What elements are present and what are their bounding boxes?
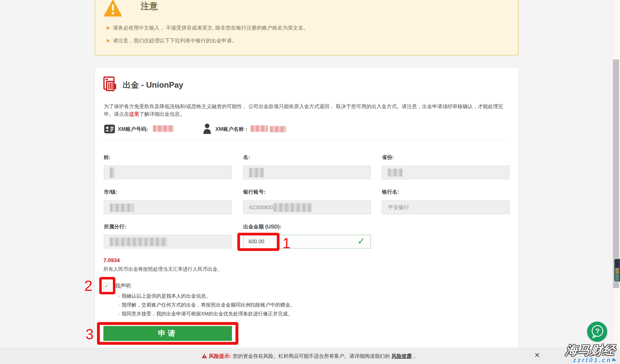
declaration-item: · 我同意并接受，我的出金申请可根据XM的出金优先处理条款进行修正并完成。 bbox=[118, 310, 293, 317]
annotation-number-3: 3 bbox=[86, 327, 94, 341]
exchange-rate: 7.0934 bbox=[103, 257, 120, 264]
risk-footer: 风险提示: 您的资金存在风险。杠杆商品可能不适合所有客户。请详细阅读我们的风险披… bbox=[0, 348, 620, 364]
last-name-field[interactable] bbox=[104, 166, 232, 179]
notice-title: 注意 bbox=[140, 0, 158, 12]
help-button[interactable]: ? bbox=[587, 322, 607, 342]
notice-item-text: 请务必使用中文输入， 不接受拼音或者英文, 除非您在银行注册的账户姓名为英文名。 bbox=[113, 24, 309, 31]
annotation-box-1 bbox=[237, 233, 279, 251]
watermark-title: 海马财经 bbox=[565, 342, 616, 358]
account-name-redacted bbox=[270, 126, 286, 132]
page-title: 出金 - UnionPay bbox=[123, 79, 183, 91]
declaration-title: 我声明: bbox=[115, 282, 132, 289]
declaration-item: · 我确认以上提供的是我本人的出金信息。 bbox=[118, 293, 211, 299]
bullet-arrow-icon bbox=[107, 39, 110, 43]
watermark-url: zzrt01.cn bbox=[573, 357, 612, 364]
risk-disclosure-link[interactable]: 风险披露 bbox=[391, 353, 412, 360]
unionpay-withdraw-icon bbox=[103, 76, 117, 91]
svg-text:?: ? bbox=[595, 327, 600, 335]
declaration-text: 我同意并接受，我的出金申请可根据XM的出金优先处理条款进行修正并完成。 bbox=[122, 310, 293, 317]
last-name-label: 姓: bbox=[104, 154, 111, 161]
scrollbar-thumb[interactable] bbox=[613, 60, 619, 288]
last-name-redacted bbox=[110, 167, 115, 178]
notice-item: 请务必使用中文输入， 不接受拼音或者英文, 除非您在银行注册的账户姓名为英文名。 bbox=[107, 24, 309, 31]
amount-label: 出金金额 (USD): bbox=[243, 223, 281, 230]
widget-stripes-dark bbox=[615, 260, 619, 267]
account-number-redacted bbox=[153, 125, 174, 132]
risk-suffix: 。 bbox=[414, 353, 419, 360]
branch-label: 所属分行: bbox=[104, 223, 126, 230]
bank-account-label: 银行账号: bbox=[243, 188, 265, 195]
person-icon bbox=[203, 123, 211, 134]
intro-rest: 了解详细出金信息。 bbox=[139, 111, 185, 117]
annotation-number-2: 2 bbox=[84, 279, 93, 293]
first-name-field[interactable] bbox=[243, 166, 371, 179]
submit-button[interactable]: 申请 bbox=[103, 326, 232, 341]
declaration-checkbox[interactable]: ✓ bbox=[103, 283, 110, 289]
bullet-dot: · bbox=[118, 302, 120, 308]
risk-warning-icon bbox=[202, 353, 207, 359]
bank-account-prefix: 62305800 bbox=[249, 201, 273, 214]
city-redacted bbox=[110, 204, 134, 212]
intro-paragraph: 为了保护各方免受欺诈及降低洗钱和/或恐怖主义融资的可能性， 公司出金款项只能依原… bbox=[104, 103, 511, 118]
widget-stripes-yellow bbox=[615, 268, 619, 274]
declaration-text: 我理解，交易账户任何方式的出金，将按照出金金额同比例扣除账户中的赠金。 bbox=[122, 302, 295, 308]
risk-text: 您的资金存在风险。杠杆商品可能不适合所有客户。请详细阅读我们的 bbox=[233, 353, 390, 360]
declaration-text: 我确认以上提供的是我本人的出金信息。 bbox=[122, 293, 211, 299]
valid-check-icon: ✓ bbox=[357, 236, 365, 247]
side-extension-handle[interactable] bbox=[614, 259, 620, 282]
declaration-item: · 我理解，交易账户任何方式的出金，将按照出金金额同比例扣除账户中的赠金。 bbox=[118, 302, 295, 308]
notice-item-text: 请注意，我们仅处理以下下拉列表中银行的出金申请。 bbox=[113, 37, 237, 44]
bank-account-field[interactable]: 62305800 bbox=[243, 200, 371, 214]
province-field[interactable] bbox=[382, 166, 510, 179]
close-icon[interactable]: ✕ bbox=[534, 351, 540, 359]
widget-stripes-teal bbox=[615, 274, 619, 280]
city-label: 市/镇: bbox=[104, 188, 117, 195]
account-number-label: XM账户号码: bbox=[118, 126, 148, 133]
risk-message: 风险提示: 您的资金存在风险。杠杆商品可能不适合所有客户。请详细阅读我们的风险披… bbox=[202, 353, 418, 360]
bank-account-redacted bbox=[274, 203, 311, 212]
withdrawal-page: 注意 请务必使用中文输入， 不接受拼音或者英文, 除非您在银行注册的账户姓名为英… bbox=[0, 0, 620, 364]
branch-redacted bbox=[110, 238, 167, 246]
province-label: 省份: bbox=[382, 154, 394, 161]
bullet-arrow-icon bbox=[107, 26, 110, 30]
bank-name-label: 银行名: bbox=[382, 188, 399, 195]
risk-prefix: 风险提示: bbox=[209, 353, 231, 360]
checkbox-check-icon: ✓ bbox=[104, 283, 109, 289]
province-redacted bbox=[388, 169, 403, 177]
bank-name-field[interactable]: 平安银行 bbox=[382, 200, 510, 214]
notice-item: 请注意，我们仅处理以下下拉列表中银行的出金申请。 bbox=[107, 37, 237, 44]
first-name-redacted bbox=[249, 168, 264, 177]
annotation-number-1: 1 bbox=[282, 236, 291, 251]
branch-field[interactable] bbox=[104, 235, 232, 248]
section-divider bbox=[104, 140, 510, 140]
account-name-label: XM账户名称： bbox=[216, 126, 249, 133]
exchange-rate-note: 所有人民币出金将按照处理当天汇率进行人民币出金。 bbox=[103, 266, 222, 273]
warning-triangle-icon bbox=[103, 0, 122, 17]
submit-label: 申请 bbox=[158, 328, 177, 339]
bullet-dot: · bbox=[118, 293, 120, 299]
bank-name-value: 平安银行 bbox=[388, 201, 409, 214]
bullet-dot: · bbox=[118, 311, 120, 317]
details-link[interactable]: 这里 bbox=[129, 111, 139, 117]
account-name-redacted bbox=[250, 125, 268, 132]
city-field[interactable] bbox=[104, 200, 232, 214]
id-card-icon bbox=[104, 124, 115, 134]
help-icon: ? bbox=[587, 322, 607, 342]
first-name-label: 名: bbox=[243, 154, 250, 161]
